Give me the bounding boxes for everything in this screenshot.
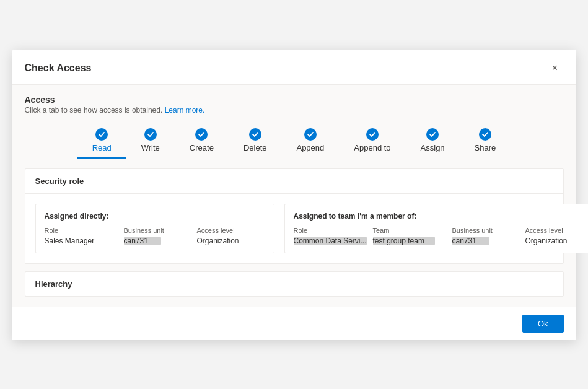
dialog-body: Access Click a tab to see how access is … [12,85,576,307]
assigned-team-box: Assigned to team I'm a member of: Role T… [284,204,589,253]
tab-read-label: Read [92,143,112,152]
tab-share-label: Share [475,143,496,152]
access-subtext: Click a tab to see how access is obtaine… [25,106,564,115]
hierarchy-header: Hierarchy [25,272,563,296]
access-subtext-text: Click a tab to see how access is obtaine… [25,106,163,115]
tab-append-to[interactable]: Append to [339,125,405,159]
dialog-header: Check Access × [12,50,576,85]
tab-append-label: Append [296,143,324,152]
tab-delete-label: Delete [244,143,267,152]
role-link-suffix[interactable]: Manager [63,237,95,245]
team-col-header-access: Access level [525,227,589,234]
col-header-role: Role [45,227,119,234]
tab-share-icon [479,128,491,141]
tab-delete[interactable]: Delete [229,125,282,159]
close-button[interactable]: × [546,59,564,77]
team-bu-value: can731 [452,237,489,245]
tab-write-icon [144,128,157,141]
tab-create-label: Create [190,143,214,152]
team-role-value: Common Data Servi... [294,237,367,245]
team-name-value: test group team [373,237,435,245]
team-bu-cell: can731 [452,237,520,245]
team-role-cell: Common Data Servi... [294,237,368,245]
tab-append-to-label: Append to [354,143,390,152]
security-role-section: Security role Assigned directly: Role Bu… [25,168,564,264]
assigned-team-headers: Role Team Business unit Access level [294,227,589,234]
assigned-directly-title: Assigned directly: [45,212,265,221]
security-role-body: Assigned directly: Role Business unit Ac… [25,194,563,263]
tab-create-icon [195,128,208,141]
team-access-cell: Organization [525,237,589,245]
ok-button[interactable]: Ok [522,315,564,333]
learn-more-link[interactable]: Learn more. [165,106,205,115]
team-col-header-role: Role [294,227,368,234]
tab-write-label: Write [141,143,160,152]
business-unit-value: can731 [124,237,161,245]
tab-append-icon [304,128,317,141]
dialog-footer: Ok [12,307,576,340]
access-heading: Access [25,95,564,105]
tab-assign-label: Assign [421,143,445,152]
team-table-row: Common Data Servi... test group team can… [294,237,589,245]
tab-append-to-icon [366,128,379,141]
tab-write[interactable]: Write [126,125,175,159]
col-header-access-level: Access level [197,227,265,234]
tab-share[interactable]: Share [460,125,511,159]
table-row: Sales Manager can731 Organization [45,237,265,245]
access-level-cell: Organization [197,237,265,245]
role-link-prefix[interactable]: Sales [45,237,63,245]
col-header-business-unit: Business unit [124,227,192,234]
team-col-header-team: Team [373,227,447,234]
tab-append[interactable]: Append [281,125,339,159]
tab-read[interactable]: Read [77,125,126,159]
assigned-team-title: Assigned to team I'm a member of: [294,212,589,221]
tab-create[interactable]: Create [175,125,229,159]
dialog-title: Check Access [25,63,92,74]
team-col-header-bu: Business unit [452,227,520,234]
business-unit-cell: can731 [124,237,192,245]
tab-delete-icon [249,128,261,141]
assigned-directly-box: Assigned directly: Role Business unit Ac… [35,204,274,253]
team-team-cell: test group team [373,237,447,245]
tab-read-icon [95,128,108,141]
security-role-header: Security role [25,169,563,194]
assigned-directly-headers: Role Business unit Access level [45,227,265,234]
tabs-container: Read Write Create [25,125,564,159]
tab-assign[interactable]: Assign [406,125,460,159]
tab-assign-icon [426,128,439,141]
role-cell: Sales Manager [45,237,119,245]
hierarchy-section: Hierarchy [25,271,564,297]
check-access-dialog: Check Access × Access Click a tab to see… [12,50,576,340]
